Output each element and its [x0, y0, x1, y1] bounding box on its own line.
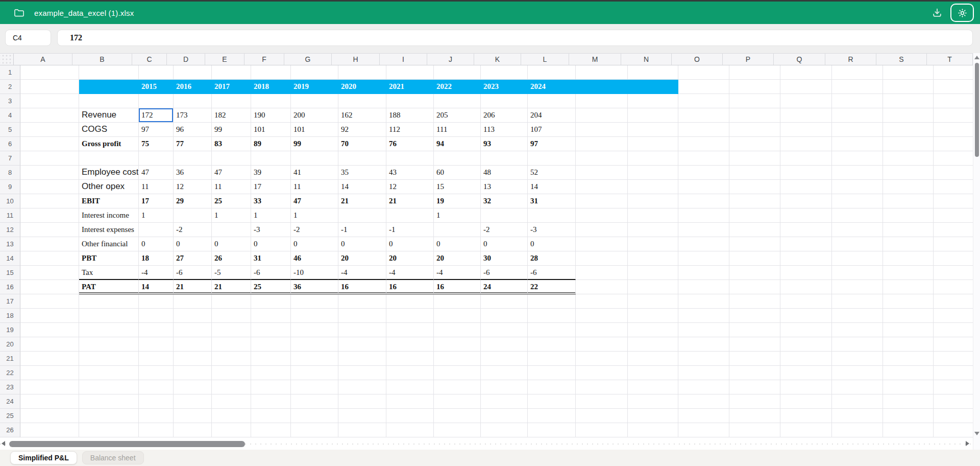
cell[interactable]: [174, 423, 212, 437]
cell[interactable]: [832, 380, 883, 394]
cell[interactable]: 2017: [212, 80, 251, 94]
cell[interactable]: 0: [174, 237, 212, 251]
cell[interactable]: [883, 208, 934, 223]
cell[interactable]: [729, 208, 780, 223]
cell[interactable]: 48: [481, 166, 528, 180]
cell[interactable]: Tax: [79, 266, 139, 280]
cell[interactable]: [291, 337, 338, 352]
cell[interactable]: 33: [251, 194, 291, 208]
cell[interactable]: 97: [528, 137, 576, 151]
cell[interactable]: [628, 180, 678, 194]
cell[interactable]: [729, 166, 780, 180]
cell[interactable]: [883, 323, 934, 337]
cell[interactable]: [832, 251, 883, 266]
cell[interactable]: [174, 380, 212, 394]
cell[interactable]: [832, 194, 883, 208]
cell[interactable]: [481, 151, 528, 166]
cell[interactable]: [628, 123, 678, 137]
cell[interactable]: [528, 366, 576, 380]
cell[interactable]: 99: [212, 123, 251, 137]
cell[interactable]: [678, 366, 729, 380]
cell[interactable]: [832, 237, 883, 251]
cell[interactable]: [729, 80, 780, 94]
cell[interactable]: [481, 423, 528, 437]
cell[interactable]: -6: [174, 266, 212, 280]
cell[interactable]: [251, 309, 291, 323]
cell[interactable]: [528, 65, 576, 80]
cell[interactable]: [386, 208, 434, 223]
column-header[interactable]: E: [205, 54, 244, 65]
cell[interactable]: [481, 94, 528, 108]
cell[interactable]: [628, 65, 678, 80]
cell[interactable]: 28: [528, 251, 576, 266]
cell[interactable]: [934, 394, 973, 409]
cell[interactable]: [883, 166, 934, 180]
cell[interactable]: [934, 237, 973, 251]
cell[interactable]: [20, 137, 79, 151]
cell[interactable]: 30: [481, 251, 528, 266]
cell[interactable]: [20, 251, 79, 266]
column-header[interactable]: C: [132, 54, 167, 65]
cell[interactable]: 41: [291, 166, 338, 180]
cell[interactable]: [212, 352, 251, 366]
cell[interactable]: [79, 65, 139, 80]
cell[interactable]: 205: [434, 108, 481, 123]
cell[interactable]: [20, 266, 79, 280]
cell[interactable]: [338, 409, 386, 423]
cell[interactable]: [832, 137, 883, 151]
cell[interactable]: [79, 409, 139, 423]
cell[interactable]: 18: [139, 251, 174, 266]
cell[interactable]: 14: [338, 180, 386, 194]
cell[interactable]: [576, 65, 628, 80]
cell[interactable]: [386, 94, 434, 108]
cell[interactable]: [174, 366, 212, 380]
cell[interactable]: [576, 294, 628, 309]
cell[interactable]: 17: [251, 180, 291, 194]
cell[interactable]: [251, 352, 291, 366]
cell[interactable]: [832, 65, 883, 80]
horizontal-scrollbar[interactable]: [0, 438, 973, 450]
cell[interactable]: [481, 380, 528, 394]
cell[interactable]: [20, 65, 79, 80]
cell[interactable]: 0: [434, 237, 481, 251]
cell[interactable]: [883, 251, 934, 266]
cell[interactable]: 14: [528, 180, 576, 194]
cell[interactable]: [79, 394, 139, 409]
cell[interactable]: [780, 180, 832, 194]
row-header[interactable]: 17: [0, 294, 20, 309]
cell[interactable]: [576, 323, 628, 337]
row-header[interactable]: 3: [0, 94, 20, 108]
cell[interactable]: [628, 294, 678, 309]
cell[interactable]: [780, 80, 832, 94]
cell[interactable]: [291, 352, 338, 366]
cell[interactable]: 46: [291, 251, 338, 266]
cell[interactable]: [338, 65, 386, 80]
cell[interactable]: 0: [386, 237, 434, 251]
row-header[interactable]: 20: [0, 337, 20, 352]
cell[interactable]: [20, 280, 79, 294]
cell[interactable]: [678, 80, 729, 94]
row-header[interactable]: 23: [0, 380, 20, 394]
cell[interactable]: 17: [139, 194, 174, 208]
cell[interactable]: [628, 223, 678, 237]
cell[interactable]: [576, 223, 628, 237]
cell[interactable]: [729, 294, 780, 309]
cell[interactable]: [139, 380, 174, 394]
row-header[interactable]: 26: [0, 423, 20, 437]
cell[interactable]: [434, 423, 481, 437]
cell[interactable]: 77: [174, 137, 212, 151]
cell[interactable]: [934, 137, 973, 151]
cell[interactable]: [251, 380, 291, 394]
cell[interactable]: [628, 194, 678, 208]
cell[interactable]: [576, 366, 628, 380]
cell[interactable]: 0: [139, 237, 174, 251]
cell[interactable]: 21: [212, 280, 251, 294]
cell[interactable]: [291, 366, 338, 380]
cell[interactable]: [20, 380, 79, 394]
cell[interactable]: [79, 323, 139, 337]
cell[interactable]: [79, 80, 139, 94]
cell[interactable]: 1: [212, 208, 251, 223]
row-header[interactable]: 9: [0, 180, 20, 194]
cell[interactable]: 96: [174, 123, 212, 137]
cell[interactable]: 70: [338, 137, 386, 151]
